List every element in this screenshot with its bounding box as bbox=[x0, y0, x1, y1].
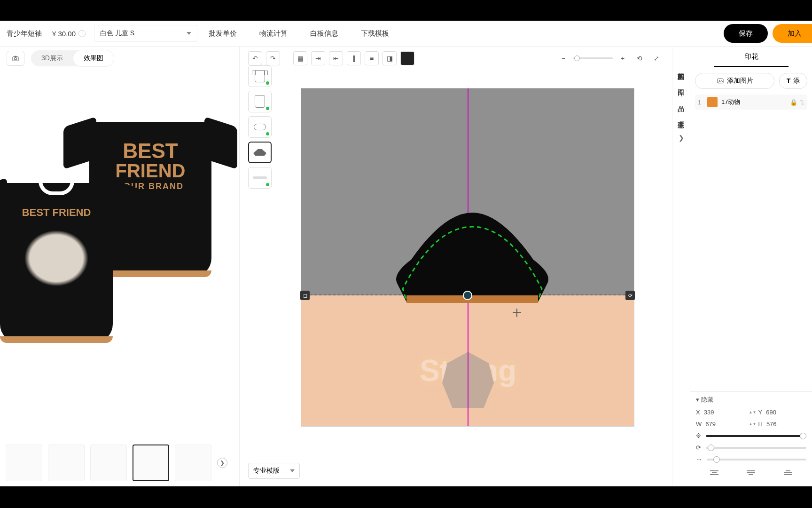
center-handle[interactable] bbox=[463, 291, 472, 300]
link-shipping[interactable]: 物流计算 bbox=[248, 29, 299, 38]
editor-panel: ↶ ↷ ▦ ⇥ ⇤ ‖ ≡ ◨ − + ⟲ ⤢ bbox=[240, 47, 672, 486]
chevron-down-icon bbox=[290, 469, 295, 472]
zoom-out-button[interactable]: − bbox=[556, 51, 570, 65]
part-collar[interactable] bbox=[248, 116, 272, 138]
part-sleeve[interactable] bbox=[248, 142, 272, 163]
part-selector bbox=[248, 65, 272, 189]
zoom-in-button[interactable]: + bbox=[616, 51, 630, 65]
x-stepper[interactable]: ▲▼ bbox=[749, 411, 754, 414]
refresh-button[interactable]: ⟲ bbox=[632, 51, 647, 65]
align-tool-2[interactable]: ⇤ bbox=[329, 51, 343, 65]
lock-icon[interactable]: 🔒 bbox=[790, 99, 797, 106]
properties-panel: 印花 添加图片 T 添 1 17动物 🔒 ⇅ bbox=[690, 47, 812, 486]
zoom-slider[interactable] bbox=[573, 57, 613, 59]
part-front[interactable] bbox=[248, 65, 272, 87]
view-toggle: 3D展示 效果图 bbox=[31, 50, 114, 66]
rotate-slider[interactable] bbox=[706, 447, 806, 449]
distribute-v[interactable]: ≡ bbox=[365, 51, 379, 65]
add-to-cart-button[interactable]: 加入 bbox=[773, 24, 812, 43]
link-bulk-price[interactable]: 批发单价 bbox=[197, 29, 248, 38]
camera-button[interactable] bbox=[7, 51, 24, 66]
product-price: ¥ 30.00 i bbox=[48, 30, 89, 38]
visibility-icon[interactable]: ⇅ bbox=[799, 99, 804, 106]
align-tool-1[interactable]: ⇥ bbox=[311, 51, 325, 65]
side-rail: 工艺图层 图库 产品 注意事项 ❯ bbox=[672, 47, 690, 486]
thumbnail-strip: ❯ bbox=[0, 439, 239, 486]
save-button[interactable]: 保存 bbox=[724, 24, 768, 43]
layer-index: 1 bbox=[698, 99, 703, 106]
svg-point-1 bbox=[15, 57, 17, 60]
editor-toolbar: ↶ ↷ ▦ ⇥ ⇤ ‖ ≡ ◨ − + ⟲ ⤢ bbox=[248, 50, 664, 66]
undo-button[interactable]: ↶ bbox=[248, 51, 262, 65]
link-download-template[interactable]: 下载模板 bbox=[350, 29, 400, 38]
thumb-5[interactable] bbox=[175, 444, 211, 481]
transform-properties: ▾ 隐藏 X ▲▼ Y W ▲▼ H ※ ⟳ ↔ bbox=[690, 391, 812, 486]
svg-point-4 bbox=[719, 80, 720, 81]
grid-button[interactable]: ▦ bbox=[293, 51, 307, 65]
input-h[interactable] bbox=[766, 421, 795, 428]
add-text-button[interactable]: T 添 bbox=[779, 73, 807, 89]
opacity-icon: ※ bbox=[696, 432, 701, 439]
rotate-icon: ⟳ bbox=[696, 444, 701, 451]
move-cursor-icon bbox=[513, 309, 521, 317]
align-2[interactable] bbox=[744, 470, 757, 481]
rail-gallery[interactable]: 图库 bbox=[676, 81, 687, 87]
design-canvas[interactable]: Strong ◻ ⟳ bbox=[301, 88, 634, 427]
rail-product[interactable]: 产品 bbox=[676, 97, 687, 103]
front-text: BEST FRIEND bbox=[0, 206, 113, 219]
fill-tool[interactable] bbox=[400, 51, 414, 65]
layer-thumb bbox=[707, 97, 718, 107]
rail-notes[interactable]: 注意事项 bbox=[676, 113, 687, 119]
scale-slider[interactable] bbox=[707, 459, 806, 460]
svg-rect-2 bbox=[406, 295, 538, 303]
handle-left[interactable]: ◻ bbox=[300, 291, 310, 300]
align-3[interactable] bbox=[781, 470, 795, 481]
rail-layers[interactable]: 工艺图层 bbox=[676, 65, 687, 71]
top-bar: 青少年短袖 ¥ 30.00 i 白色 儿童 S 批发单价 物流计算 白板信息 下… bbox=[0, 21, 812, 47]
part-hem[interactable] bbox=[248, 167, 272, 189]
camera-icon bbox=[12, 55, 19, 62]
panel-tab-print[interactable]: 印花 bbox=[714, 49, 789, 67]
mode-label: 专业模版 bbox=[253, 467, 280, 475]
image-icon bbox=[717, 77, 724, 85]
rail-expand-button[interactable]: ❯ bbox=[679, 134, 684, 142]
price-value: ¥ 30.00 bbox=[52, 30, 76, 38]
tab-3d[interactable]: 3D展示 bbox=[31, 50, 73, 66]
thumb-next-button[interactable]: ❯ bbox=[217, 458, 227, 468]
collapse-toggle[interactable]: ▾ 隐藏 bbox=[696, 396, 806, 404]
fit-button[interactable]: ⤢ bbox=[649, 51, 664, 65]
redo-button[interactable]: ↷ bbox=[266, 51, 280, 65]
layer-tool[interactable]: ◨ bbox=[383, 51, 397, 65]
preview-panel: 3D展示 效果图 BEST FRIEND YOUR BRAND BEST FRI… bbox=[0, 47, 240, 486]
link-blank-info[interactable]: 白板信息 bbox=[299, 29, 350, 38]
layer-name: 17动物 bbox=[721, 98, 740, 106]
part-back[interactable] bbox=[248, 91, 272, 112]
add-image-button[interactable]: 添加图片 bbox=[695, 73, 774, 89]
front-graphic bbox=[19, 225, 94, 291]
tab-render[interactable]: 效果图 bbox=[73, 50, 114, 66]
distribute-h[interactable]: ‖ bbox=[347, 51, 361, 65]
product-name: 青少年短袖 bbox=[0, 29, 48, 38]
thumb-1[interactable] bbox=[6, 444, 42, 481]
info-icon[interactable]: i bbox=[78, 30, 86, 37]
w-stepper[interactable]: ▲▼ bbox=[749, 423, 754, 426]
opacity-slider[interactable] bbox=[706, 435, 806, 437]
input-x[interactable] bbox=[704, 409, 732, 416]
chevron-down-icon bbox=[187, 32, 191, 35]
input-y[interactable] bbox=[766, 409, 794, 416]
thumb-3[interactable] bbox=[90, 444, 127, 481]
handle-right[interactable]: ⟳ bbox=[625, 291, 635, 300]
sleeve-pattern[interactable] bbox=[388, 208, 557, 310]
thumb-2[interactable] bbox=[48, 444, 85, 481]
input-w[interactable] bbox=[705, 421, 734, 428]
scale-icon: ↔ bbox=[696, 456, 702, 463]
back-text-1: BEST bbox=[89, 141, 211, 161]
template-mode-select[interactable]: 专业模版 bbox=[248, 463, 300, 479]
align-1[interactable] bbox=[708, 470, 721, 481]
thumb-4[interactable] bbox=[133, 444, 169, 481]
tshirt-front: BEST FRIEND bbox=[0, 183, 113, 343]
variant-select[interactable]: 白色 儿童 S bbox=[94, 25, 197, 42]
layer-row[interactable]: 1 17动物 🔒 ⇅ bbox=[695, 95, 807, 110]
back-text-2: FRIEND bbox=[89, 161, 211, 180]
variant-label: 白色 儿童 S bbox=[100, 29, 134, 38]
